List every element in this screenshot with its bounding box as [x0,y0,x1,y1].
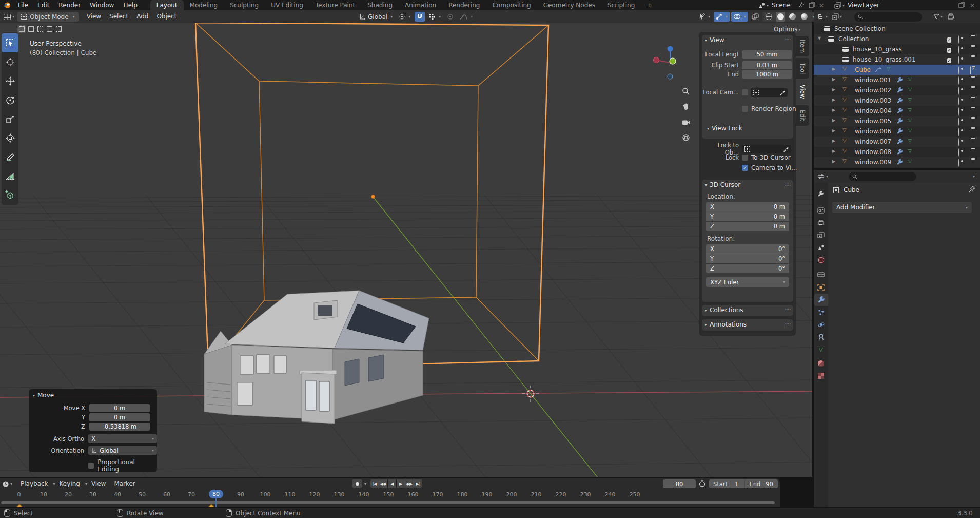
workspace-tab-modeling[interactable]: Modeling [184,0,224,10]
outliner-row-collection[interactable]: ▼ Collection ✓ [814,34,980,44]
timeline-ruler[interactable]: 80 0102030405060709010011012013014015016… [0,489,780,500]
outliner-row-window-009[interactable]: ▶ ▽ window.009 ▽ [814,157,980,167]
add-modifier-button[interactable]: Add Modifier ▾ [832,202,972,213]
select-mode-intersect[interactable] [54,25,63,33]
tab-physics[interactable] [814,318,828,331]
disclosure-triangle-icon[interactable]: ▶ [832,128,835,133]
sidebar-tab-view[interactable]: View [796,80,809,104]
workspace-tab-rendering[interactable]: Rendering [442,0,486,10]
previous-keyframe-button[interactable]: ◀◆ [379,479,387,488]
eye-icon[interactable] [958,108,959,115]
drag-dots-icon[interactable]: ∷∷ [786,182,790,187]
mode-selector[interactable]: Object Mode ▾ [17,12,79,22]
eye-icon[interactable] [958,139,959,146]
focal-length-field[interactable]: 50 mm [742,50,792,59]
new-collection-icon[interactable] [948,13,955,20]
checkbox[interactable]: ✓ [947,36,951,43]
tab-object[interactable] [814,281,828,294]
blender-logo-icon[interactable] [3,2,11,9]
workspace-tab-compositing[interactable]: Compositing [486,0,537,10]
gizmo-z-axis[interactable] [668,46,673,52]
auto-keying-dropdown-arrow[interactable]: ▾ [364,482,366,486]
end-frame-field[interactable]: 90 [766,481,773,488]
tab-view-layer[interactable] [814,229,828,241]
menu-playback[interactable]: Playback [16,478,52,489]
next-keyframe-button[interactable]: ◆▶ [405,479,414,488]
tool-measure[interactable] [2,166,18,185]
outliner-search-input[interactable] [854,12,922,22]
house-model[interactable] [204,291,429,424]
remove-viewlayer-icon[interactable]: ✕ [970,2,975,9]
clip-end-field[interactable]: 1000 m [742,70,792,79]
sidebar-tab-edit[interactable]: Edit [796,105,809,126]
proportional-editing-checkbox[interactable] [88,463,94,469]
camera-disabled-icon[interactable] [970,67,971,74]
tool-select-box[interactable] [2,33,18,52]
scene-selector[interactable]: ▾ Scene [758,0,791,10]
new-viewlayer-icon[interactable] [958,2,965,8]
menu-object[interactable]: Object [152,10,181,23]
disclosure-triangle-icon[interactable]: ▼ [818,36,821,41]
eye-icon[interactable] [958,128,959,136]
eye-icon[interactable] [958,56,959,64]
viewlayer-name[interactable]: ViewLayer [848,2,879,9]
shading-rendered-button[interactable] [799,12,809,22]
gizmo-x-axis[interactable] [654,57,659,63]
outliner-row-window-004[interactable]: ▶ ▽ window.004 ▽ [814,106,980,116]
navigation-gizmo[interactable] [654,46,676,80]
filter-icon[interactable] [933,14,939,20]
lock-to-object-field[interactable] [742,145,791,153]
shading-material-button[interactable] [788,12,797,22]
tab-scene[interactable] [814,241,828,254]
to-3d-cursor-checkbox[interactable] [742,155,748,161]
add-workspace-button[interactable]: + [641,0,658,10]
move-y-field[interactable]: 0 m [89,413,150,421]
eye-icon[interactable] [958,36,959,43]
tab-output[interactable] [814,217,828,229]
tab-object-data[interactable]: ▽ [814,343,828,355]
workspace-tab-texture-paint[interactable]: Texture Paint [309,0,361,10]
gizmo-z-neg-axis[interactable] [668,74,673,79]
disclosure-triangle-icon[interactable]: ▶ [832,118,835,123]
menu-window[interactable]: Window [85,0,119,10]
tab-material[interactable] [814,357,828,370]
tool-move[interactable] [2,71,18,90]
stopwatch-icon[interactable] [699,480,705,487]
tab-collection[interactable] [814,268,828,280]
tab-modifiers[interactable] [814,294,828,306]
workspace-tab-uv-editing[interactable]: UV Editing [265,0,309,10]
properties-editor-icon[interactable] [817,173,825,180]
select-mode-subtract[interactable] [36,25,44,33]
select-mode-invert[interactable] [45,25,53,33]
breadcrumb-object-name[interactable]: Cube [844,186,859,194]
cursor-rotation-y[interactable]: Y0° [706,254,789,263]
object-origin-point[interactable] [371,195,375,199]
outliner-row-window-006[interactable]: ▶ ▽ window.006 ▽ [814,126,980,137]
start-frame-field[interactable]: 1 [735,481,738,488]
outliner-row-house-10-grass[interactable]: house_10_grass ✓ [814,44,980,54]
playhead-badge[interactable]: 80 [209,490,223,498]
eye-icon[interactable] [958,159,959,166]
rotation-mode-dropdown[interactable]: XYZ Euler▾ [706,277,789,287]
cursor-rotation-z[interactable]: Z0° [706,264,789,273]
select-mode-extend[interactable] [27,25,35,33]
disclosure-triangle-icon[interactable]: ▶ [832,149,835,154]
workspace-tab-geometry-nodes[interactable]: Geometry Nodes [537,0,601,10]
scene-name[interactable]: Scene [772,2,791,9]
eye-icon[interactable] [958,77,959,84]
outliner-row-house-10-grass-001[interactable]: house_10_grass.001 ✓ [814,54,980,65]
tab-world[interactable] [814,254,828,266]
tool-rotate[interactable] [2,90,18,109]
tool-add-cube[interactable] [2,185,18,204]
zoom-view-button[interactable] [680,85,692,98]
view-lock-header[interactable]: ▾View Lock [707,125,742,132]
menu-timeline-view[interactable]: View [87,478,110,489]
view-panel-header[interactable]: ▾View∷∷ [702,35,793,45]
menu-add[interactable]: Add [132,10,152,23]
editor-type-icon[interactable] [3,13,11,21]
annotations-panel[interactable]: ▸Annotations∷∷ [702,319,793,331]
workspace-tab-animation[interactable]: Animation [399,0,442,10]
pivot-point-selector[interactable]: ▾ [397,12,413,22]
pin-icon[interactable] [969,186,975,193]
drag-dots-icon[interactable]: ∷∷ [786,308,790,313]
